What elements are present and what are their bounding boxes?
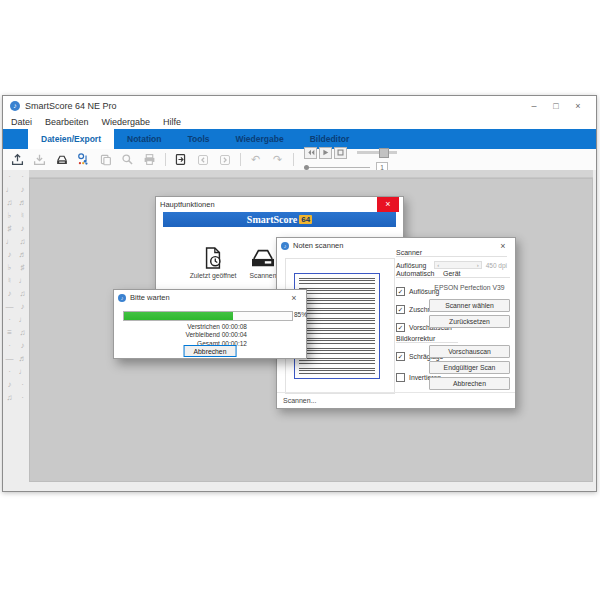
palette-symbol[interactable]: ≡ [3, 327, 16, 338]
maximize-button[interactable]: □ [545, 101, 567, 111]
recent-file-icon [203, 247, 223, 269]
palette-symbol[interactable]: ♭ [3, 262, 16, 273]
device-name: EPSON Perfection V39 [429, 284, 510, 291]
horizontal-scrollbar[interactable] [29, 170, 593, 178]
stave-lines [299, 278, 375, 284]
close-button[interactable]: × [567, 101, 589, 111]
tab-dateien-export[interactable]: Dateien/Export [28, 129, 114, 149]
wait-dialog-title: Bitte warten [130, 293, 170, 302]
tab-notation[interactable]: Notation [114, 129, 174, 149]
palette-symbol[interactable]: ♪ [16, 223, 29, 234]
slider-right-arrow-icon[interactable]: › [477, 262, 479, 268]
menu-datei[interactable]: Datei [11, 117, 32, 127]
toolbar-separator [293, 153, 294, 166]
palette-symbol[interactable]: ♫ [16, 236, 29, 247]
invertieren-checkbox[interactable] [396, 373, 405, 382]
haupt-actions: Zuletzt geöffnet Scannen [188, 247, 288, 279]
zuruecksetzen-button[interactable]: Zurücksetzen [429, 315, 510, 328]
palette-symbol[interactable]: ♬ [16, 249, 29, 260]
scanner-group: Scanner Auflösung ‹› 450 dpi [396, 249, 507, 269]
menu-hilfe[interactable]: Hilfe [163, 117, 181, 127]
palette-symbol[interactable]: ♫ [3, 197, 16, 208]
stave-lines [299, 328, 375, 334]
palette-symbol[interactable]: ♮ [3, 275, 16, 286]
elapsed-label: Verstrichen [187, 323, 220, 331]
tab-wiedergabe[interactable]: Wiedergabe [223, 129, 297, 149]
palette-symbol[interactable]: ♫ [16, 327, 29, 338]
play-button[interactable] [319, 147, 332, 159]
palette-symbol[interactable]: ♩ [3, 236, 16, 247]
palette-symbol[interactable]: ♬ [16, 197, 29, 208]
open-file-icon[interactable] [9, 151, 26, 168]
palette-symbol[interactable]: ♩ [3, 184, 16, 195]
palette-symbol[interactable]: ♪ [16, 340, 29, 351]
volume-slider[interactable] [357, 151, 397, 154]
palette-symbol[interactable]: ♩ [16, 275, 29, 286]
palette-symbol[interactable]: ♪ [3, 249, 16, 260]
vorschauscan-button[interactable]: Vorschauscan [429, 345, 510, 358]
palette-symbol[interactable]: · [16, 171, 29, 182]
scannen-label: Scannen [250, 272, 277, 279]
palette-symbol[interactable]: ♪ [16, 301, 29, 312]
vorschauscan-checkbox[interactable] [396, 323, 405, 332]
scan-icon[interactable] [53, 151, 70, 168]
smartscore-brand: SmartScore [247, 214, 297, 225]
palette-symbol[interactable]: · [16, 392, 29, 403]
palette-symbol[interactable]: · [3, 340, 16, 351]
palette-symbol[interactable]: — [3, 353, 16, 364]
wait-title-bar: ♪ Bitte warten × [114, 290, 306, 305]
bitte-warten-dialog: ♪ Bitte warten × 85% Verstrichen 00:00:0… [113, 289, 307, 359]
wait-abbrechen-button[interactable]: Abbrechen [184, 345, 237, 357]
slider-left-arrow-icon[interactable]: ‹ [437, 262, 439, 268]
menu-wiedergabe[interactable]: Wiedergabe [102, 117, 151, 127]
palette-symbol[interactable]: ♩ [16, 314, 29, 325]
minimize-button[interactable]: – [523, 101, 545, 111]
palette-symbol[interactable]: ♪ [3, 288, 16, 299]
position-slider[interactable] [304, 167, 370, 168]
resolution-label: Auflösung [396, 262, 426, 269]
zuschneiden-checkbox[interactable] [396, 305, 405, 314]
scan-abbrechen-button[interactable]: Abbrechen [429, 377, 510, 390]
palette-symbol[interactable]: ♭ [3, 210, 16, 221]
palette-symbol[interactable]: ♫ [3, 392, 16, 403]
toolbar-separator [240, 153, 241, 166]
palette-symbol[interactable]: · [3, 171, 16, 182]
palette-symbol[interactable]: · [16, 379, 29, 390]
wait-close-icon[interactable]: × [286, 293, 302, 303]
palette-symbol[interactable]: ♯ [3, 223, 16, 234]
palette-symbol[interactable]: ♫ [16, 288, 29, 299]
scanner-waehlen-button[interactable]: Scanner wählen [429, 299, 510, 312]
endgueltiger-scan-button[interactable]: Endgültiger Scan [429, 361, 510, 374]
zoom-icon [119, 151, 136, 168]
palette-symbol[interactable]: ♯ [16, 262, 29, 273]
export-page-icon[interactable] [172, 151, 189, 168]
palette-symbol[interactable]: · [3, 314, 16, 325]
tab-tools[interactable]: Tools [174, 129, 222, 149]
palette-symbol[interactable]: ♬ [16, 353, 29, 364]
resolution-slider[interactable]: ‹› [434, 261, 481, 269]
palette-symbol[interactable]: ♪ [16, 184, 29, 195]
hauptfunktionen-close-icon[interactable]: × [377, 197, 399, 212]
palette-symbol[interactable]: — [3, 301, 16, 312]
palette-symbol[interactable]: ♪ [3, 379, 16, 390]
stave-lines [299, 348, 375, 354]
ribbon-tab-bar: Dateien/Export Notation Tools Wiedergabe… [3, 129, 596, 149]
palette-symbol[interactable]: ♮ [16, 210, 29, 221]
menu-bearbeiten[interactable]: Bearbeiten [45, 117, 89, 127]
playback-controls: 1 [304, 147, 397, 173]
noten-scannen-dialog: ♪ Noten scannen × Scanner Auflösung ‹› 4… [276, 237, 516, 409]
previous-page-icon [194, 151, 211, 168]
rewind-button[interactable] [304, 147, 317, 159]
recognition-icon[interactable] [75, 151, 92, 168]
main-toolbar: ↶ ↷ 1 [3, 149, 596, 171]
palette-symbol[interactable]: · [3, 366, 16, 377]
aufloesung-checkbox[interactable] [396, 287, 405, 296]
position-slider-thumb[interactable] [304, 165, 309, 170]
schraeglage-checkbox[interactable] [396, 352, 405, 361]
scan-action-buttons: Vorschauscan Endgültiger Scan Abbrechen [429, 342, 510, 390]
scan-status-text: Scannen... [283, 397, 316, 404]
palette-symbol[interactable]: ♩ [16, 366, 29, 377]
recent-files-action[interactable]: Zuletzt geöffnet [188, 247, 238, 279]
stop-button[interactable] [334, 147, 347, 159]
volume-slider-thumb[interactable] [379, 148, 389, 158]
